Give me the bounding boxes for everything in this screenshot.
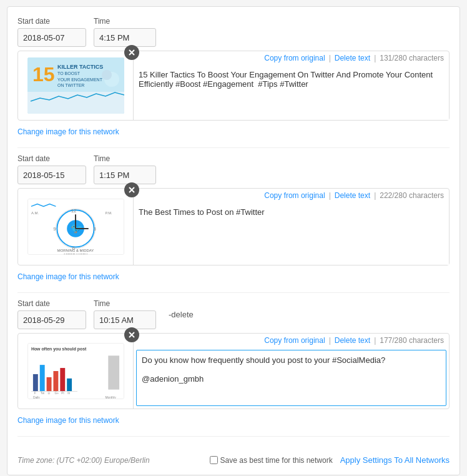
svg-text:A.M.: A.M. (31, 211, 39, 215)
post2-image-panel: 🐦 12 3 6 9 A.M. P.M. MORNING & MIDDAY AF… (18, 189, 134, 265)
svg-rect-35 (46, 377, 51, 392)
post2-start-date-group: Start date (17, 154, 86, 184)
svg-text:P.M.: P.M. (105, 211, 112, 215)
svg-text:F: F (34, 392, 36, 395)
post2-start-date-input[interactable] (17, 166, 86, 184)
svg-text:Tw: Tw (40, 392, 44, 395)
post1-image-panel: 15 KILLER TACTICS TO BOOST YOUR ENGAGEME… (18, 51, 134, 120)
svg-rect-34 (39, 365, 44, 391)
post2-time-input[interactable] (94, 166, 156, 184)
post3-image: How often you should post F Tw Li G+ Pi … (27, 343, 124, 399)
post2-date-time-row: Start date Time (17, 154, 450, 184)
post3-section: How often you should post F Tw Li G+ Pi … (17, 333, 450, 409)
svg-text:3: 3 (93, 226, 96, 232)
svg-text:Pi: Pi (61, 392, 64, 395)
svg-text:Daily: Daily (32, 396, 39, 399)
post3-start-date-label: Start date (17, 299, 86, 308)
post3-text-panel: Copy from original | Delete text | 177/2… (134, 334, 449, 409)
footer-separator (17, 436, 450, 443)
post1-image: 15 KILLER TACTICS TO BOOST YOUR ENGAGEME… (27, 57, 124, 114)
post2-delete-image-btn[interactable] (124, 182, 139, 197)
svg-text:Li: Li (47, 392, 50, 395)
svg-text:KILLER TACTICS: KILLER TACTICS (57, 64, 103, 70)
post3-date-time-row: Start date Time -delete (17, 299, 450, 329)
post3-textarea[interactable]: Do you know how frequently should you po… (136, 350, 446, 406)
post1-start-date-input[interactable] (17, 28, 86, 47)
post2-section: 🐦 12 3 6 9 A.M. P.M. MORNING & MIDDAY AF… (17, 188, 450, 265)
post3-time-group: Time (94, 299, 156, 329)
post1-delete-text[interactable]: Delete text (335, 54, 370, 62)
post1-change-image[interactable]: Change image for this network (17, 127, 119, 136)
svg-text:YOUR ENGAGEMENT: YOUR ENGAGEMENT (57, 77, 103, 82)
svg-text:G+: G+ (54, 392, 59, 395)
svg-text:MORNING & MIDDAY: MORNING & MIDDAY (57, 249, 93, 252)
post1-char-count: 131/280 characters (380, 54, 444, 62)
post2-time-group: Time (94, 154, 156, 184)
post2-text-actions: Copy from original | Delete text | 222/2… (134, 189, 449, 202)
post1-section: 15 KILLER TACTICS TO BOOST YOUR ENGAGEME… (17, 51, 450, 121)
svg-point-9 (102, 70, 112, 80)
post3-start-date-input[interactable] (17, 310, 86, 329)
post1-text-panel: Copy from original | Delete text | 131/2… (134, 51, 449, 120)
svg-rect-33 (32, 374, 37, 392)
post2-change-image[interactable]: Change image for this network (17, 272, 119, 281)
post2-copy-from-original[interactable]: Copy from original (264, 191, 325, 200)
svg-text:9: 9 (53, 226, 56, 232)
save-best-time-label[interactable]: Save as best time for this network (210, 456, 333, 465)
post3-delete-link[interactable]: -delete (169, 310, 194, 319)
post1-text-actions: Copy from original | Delete text | 131/2… (134, 51, 449, 65)
post1-delete-image-btn[interactable] (124, 45, 139, 60)
post3-copy-from-original[interactable]: Copy from original (264, 336, 325, 345)
svg-rect-36 (53, 371, 58, 392)
post1-start-date-group: Start date (17, 17, 86, 47)
post3-image-panel: How often you should post F Tw Li G+ Pi … (18, 334, 134, 409)
svg-text:Monthly: Monthly (105, 396, 116, 399)
separator-1 (17, 147, 450, 148)
post2-textarea[interactable]: The Best Times to Post on #Twitter (134, 202, 449, 265)
separator-2 (17, 292, 450, 293)
svg-text:15: 15 (32, 63, 55, 86)
svg-text:12: 12 (71, 208, 76, 214)
timezone-text: Time zone: (UTC +02:00) Europe/Berlin (17, 456, 150, 465)
svg-rect-39 (108, 355, 119, 389)
post2-char-count: 222/280 characters (380, 191, 444, 200)
post1-date-time-row: Start date Time (17, 17, 450, 47)
post1-time-label: Time (94, 17, 156, 26)
post1-time-group: Time (94, 17, 156, 47)
post1-start-date-label: Start date (17, 17, 86, 26)
svg-rect-38 (67, 379, 72, 392)
post2-image: 🐦 12 3 6 9 A.M. P.M. MORNING & MIDDAY AF… (27, 199, 124, 255)
save-best-time-text: Save as best time for this network (220, 456, 333, 465)
post3-text-actions: Copy from original | Delete text | 177/2… (134, 334, 449, 347)
post1-time-input[interactable] (94, 28, 156, 47)
save-best-time-checkbox[interactable] (210, 456, 218, 464)
post1-copy-from-original[interactable]: Copy from original (264, 54, 325, 62)
footer-row: Time zone: (UTC +02:00) Europe/Berlin Sa… (17, 450, 450, 465)
post3-delete-text[interactable]: Delete text (335, 336, 370, 345)
post3-change-image[interactable]: Change image for this network (17, 416, 119, 425)
post3-time-input[interactable] (94, 310, 156, 329)
svg-text:How often you should post: How often you should post (31, 347, 86, 352)
post2-time-label: Time (94, 154, 156, 163)
footer-actions: Save as best time for this network Apply… (210, 455, 450, 465)
post1-textarea[interactable]: 15 Killer Tactics To Boost Your Engageme… (134, 65, 449, 120)
svg-rect-37 (60, 368, 65, 392)
post2-text-panel: Copy from original | Delete text | 222/2… (134, 189, 449, 265)
svg-text:AFTER WORK: AFTER WORK (63, 253, 87, 255)
post2-delete-text[interactable]: Delete text (335, 191, 370, 200)
svg-text:ON TWITTER: ON TWITTER (57, 83, 84, 87)
svg-text:In: In (67, 392, 70, 395)
post3-char-count: 177/280 characters (380, 336, 444, 345)
svg-text:TO BOOST: TO BOOST (57, 71, 81, 76)
apply-settings-btn[interactable]: Apply Settings To All Networks (340, 455, 450, 465)
post2-start-date-label: Start date (17, 154, 86, 163)
post3-time-label: Time (94, 299, 156, 308)
post3-delete-image-btn[interactable] (124, 327, 139, 342)
post3-start-date-group: Start date (17, 299, 86, 329)
main-container: Start date Time 15 KILLER TA (7, 6, 460, 475)
